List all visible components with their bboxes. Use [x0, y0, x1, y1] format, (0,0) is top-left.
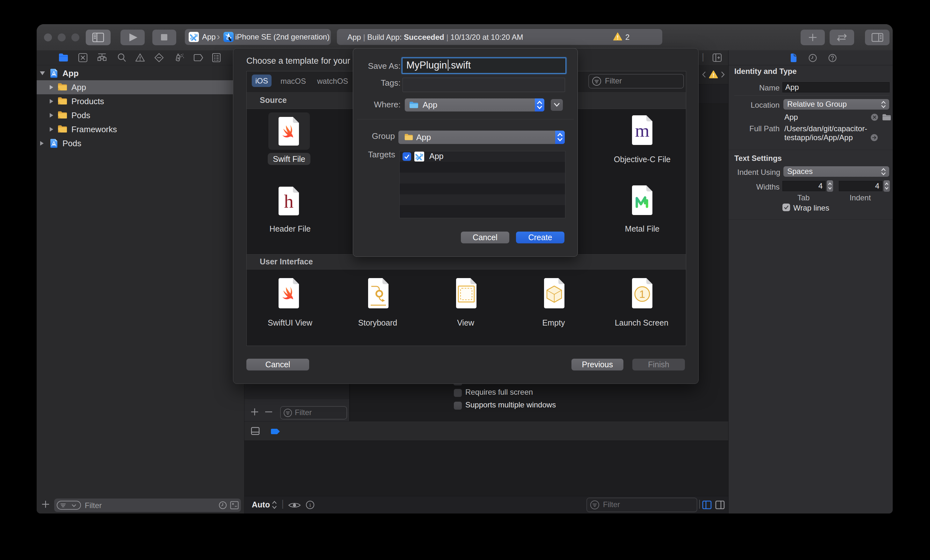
svg-text:i: i: [309, 502, 311, 508]
svg-text:h: h: [284, 191, 294, 212]
svg-text:m: m: [635, 120, 649, 141]
svg-text:1: 1: [639, 288, 645, 300]
